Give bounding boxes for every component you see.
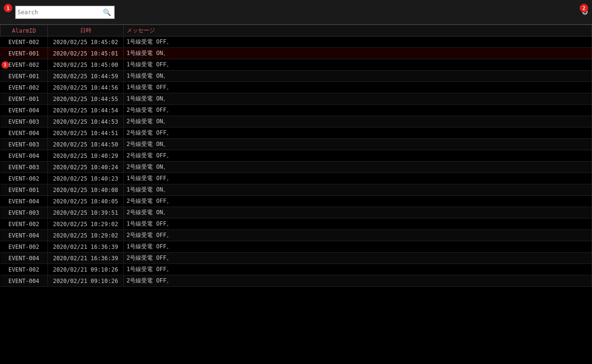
row-badge: 3 (1, 61, 9, 69)
table-row[interactable]: EVENT-0012020/02/25 10:44:591号線受電 ON。 (0, 71, 592, 82)
table-row[interactable]: EVENT-0012020/02/25 10:40:081号線受電 ON。 (0, 184, 592, 196)
cell-alarm-id: EVENT-001 (0, 48, 48, 59)
cell-message: 1号線受電 OFF。 (124, 264, 592, 275)
table-header-row: AlarmID 日時 メッセージ (0, 25, 592, 36)
table-row[interactable]: EVENT-0042020/02/25 10:44:512号線受電 OFF。 (0, 127, 592, 139)
cell-alarm-id: EVENT-002 (0, 241, 48, 253)
table-row[interactable]: EVENT-0042020/02/21 09:10:262号線受電 OFF。 (0, 275, 592, 287)
cell-alarm-id: EVENT-004 (0, 230, 48, 241)
table-row[interactable]: EVENT-0022020/02/25 10:40:231号線受電 OFF。 (0, 173, 592, 184)
search-wrapper: 🔍 (15, 6, 115, 19)
search-icon: 🔍 (103, 9, 111, 16)
table-row[interactable]: EVENT-0042020/02/21 16:36:392号線受電 OFF。 (0, 253, 592, 264)
table-row[interactable]: EVENT-0032020/02/25 10:40:242号線受電 ON。 (0, 162, 592, 173)
cell-alarm-id: EVENT-0023 (0, 59, 48, 71)
cell-message: 1号線受電 ON。 (124, 48, 592, 59)
col-alarm-id: AlarmID (0, 25, 48, 36)
cell-datetime: 2020/02/25 10:45:01 (48, 48, 124, 59)
cell-alarm-id: EVENT-003 (0, 116, 48, 127)
cell-datetime: 2020/02/25 10:40:08 (48, 184, 124, 196)
cell-message: 1号線受電 OFF。 (124, 241, 592, 253)
cell-alarm-id: EVENT-004 (0, 275, 48, 287)
table-row[interactable]: EVENT-0042020/02/25 10:40:292号線受電 OFF。 (0, 150, 592, 162)
cell-datetime: 2020/02/25 10:40:29 (48, 150, 124, 162)
cell-message: 1号線受電 OFF。 (124, 173, 592, 184)
cell-datetime: 2020/02/25 10:44:55 (48, 93, 124, 105)
cell-datetime: 2020/02/21 16:36:39 (48, 241, 124, 253)
cell-message: 2号線受電 ON。 (124, 162, 592, 173)
cell-datetime: 2020/02/25 10:29:02 (48, 230, 124, 241)
cell-alarm-id: EVENT-003 (0, 162, 48, 173)
cell-message: 2号線受電 OFF。 (124, 105, 592, 116)
cell-datetime: 2020/02/25 10:44:56 (48, 82, 124, 93)
cell-message: 2号線受電 ON。 (124, 139, 592, 150)
alarm-table: AlarmID 日時 メッセージ EVENT-0022020/02/25 10:… (0, 25, 592, 287)
cell-message: 1号線受電 ON。 (124, 93, 592, 105)
cell-message: 2号線受電 OFF。 (124, 230, 592, 241)
cell-message: 2号線受電 OFF。 (124, 127, 592, 139)
cell-alarm-id: EVENT-002 (0, 218, 48, 230)
cell-datetime: 2020/02/25 10:39:51 (48, 207, 124, 218)
cell-message: 1号線受電 ON。 (124, 184, 592, 196)
cell-alarm-id: EVENT-001 (0, 71, 48, 82)
cell-message: 1号線受電 OFF。 (124, 36, 592, 48)
table-row[interactable]: EVENT-0042020/02/25 10:44:542号線受電 OFF。 (0, 105, 592, 116)
cell-datetime: 2020/02/25 10:44:51 (48, 127, 124, 139)
cell-message: 1号線受電 OFF。 (124, 218, 592, 230)
cell-message: 2号線受電 ON。 (124, 207, 592, 218)
table-row[interactable]: EVENT-0022020/02/21 16:36:391号線受電 OFF。 (0, 241, 592, 253)
cell-message: 1号線受電 OFF。 (124, 59, 592, 71)
table-row[interactable]: EVENT-0032020/02/25 10:39:512号線受電 ON。 (0, 207, 592, 218)
col-datetime: 日時 (48, 25, 124, 36)
cell-alarm-id: EVENT-002 (0, 173, 48, 184)
top-bar: 1 🔍 ⚙ 2 (0, 0, 592, 25)
cell-message: 2号線受電 OFF。 (124, 275, 592, 287)
table-row[interactable]: EVENT-0022020/02/21 09:10:261号線受電 OFF。 (0, 264, 592, 275)
search-input[interactable] (18, 9, 103, 16)
table-row[interactable]: EVENT-0012020/02/25 10:45:011号線受電 ON。 (0, 48, 592, 59)
cell-alarm-id: EVENT-004 (0, 150, 48, 162)
badge-1: 1 (4, 4, 12, 12)
table-row[interactable]: EVENT-0042020/02/25 10:40:052号線受電 OFF。 (0, 196, 592, 207)
table-row[interactable]: EVENT-0012020/02/25 10:44:551号線受電 ON。 (0, 93, 592, 105)
cell-alarm-id: EVENT-004 (0, 196, 48, 207)
cell-datetime: 2020/02/25 10:40:05 (48, 196, 124, 207)
cell-message: 1号線受電 OFF。 (124, 82, 592, 93)
table-row[interactable]: EVENT-00232020/02/25 10:45:001号線受電 OFF。 (0, 59, 592, 71)
cell-datetime: 2020/02/21 09:10:26 (48, 275, 124, 287)
cell-alarm-id: EVENT-004 (0, 253, 48, 264)
table-container: AlarmID 日時 メッセージ EVENT-0022020/02/25 10:… (0, 25, 592, 364)
badge-2: 2 (580, 4, 588, 12)
cell-alarm-id: EVENT-004 (0, 127, 48, 139)
cell-alarm-id: EVENT-001 (0, 184, 48, 196)
cell-message: 2号線受電 OFF。 (124, 253, 592, 264)
table-row[interactable]: EVENT-0022020/02/25 10:44:561号線受電 OFF。 (0, 82, 592, 93)
cell-datetime: 2020/02/25 10:29:02 (48, 218, 124, 230)
cell-datetime: 2020/02/25 10:45:02 (48, 36, 124, 48)
cell-datetime: 2020/02/25 10:45:00 (48, 59, 124, 71)
cell-message: 2号線受電 OFF。 (124, 150, 592, 162)
cell-message: 2号線受電 OFF。 (124, 196, 592, 207)
cell-datetime: 2020/02/25 10:44:50 (48, 139, 124, 150)
cell-datetime: 2020/02/25 10:44:53 (48, 116, 124, 127)
cell-datetime: 2020/02/21 09:10:26 (48, 264, 124, 275)
cell-alarm-id: EVENT-003 (0, 139, 48, 150)
cell-alarm-id: EVENT-002 (0, 36, 48, 48)
cell-datetime: 2020/02/25 10:44:59 (48, 71, 124, 82)
table-row[interactable]: EVENT-0042020/02/25 10:29:022号線受電 OFF。 (0, 230, 592, 241)
cell-datetime: 2020/02/25 10:40:24 (48, 162, 124, 173)
cell-alarm-id: EVENT-004 (0, 105, 48, 116)
cell-datetime: 2020/02/21 16:36:39 (48, 253, 124, 264)
table-row[interactable]: EVENT-0032020/02/25 10:44:502号線受電 ON。 (0, 139, 592, 150)
table-row[interactable]: EVENT-0022020/02/25 10:29:021号線受電 OFF。 (0, 218, 592, 230)
table-row[interactable]: EVENT-0032020/02/25 10:44:532号線受電 ON。 (0, 116, 592, 127)
cell-datetime: 2020/02/25 10:44:54 (48, 105, 124, 116)
table-row[interactable]: EVENT-0022020/02/25 10:45:021号線受電 OFF。 (0, 36, 592, 48)
col-message: メッセージ (124, 25, 592, 36)
cell-datetime: 2020/02/25 10:40:23 (48, 173, 124, 184)
cell-alarm-id: EVENT-001 (0, 93, 48, 105)
cell-message: 1号線受電 ON。 (124, 71, 592, 82)
cell-alarm-id: EVENT-002 (0, 82, 48, 93)
cell-alarm-id: EVENT-002 (0, 264, 48, 275)
cell-alarm-id: EVENT-003 (0, 207, 48, 218)
